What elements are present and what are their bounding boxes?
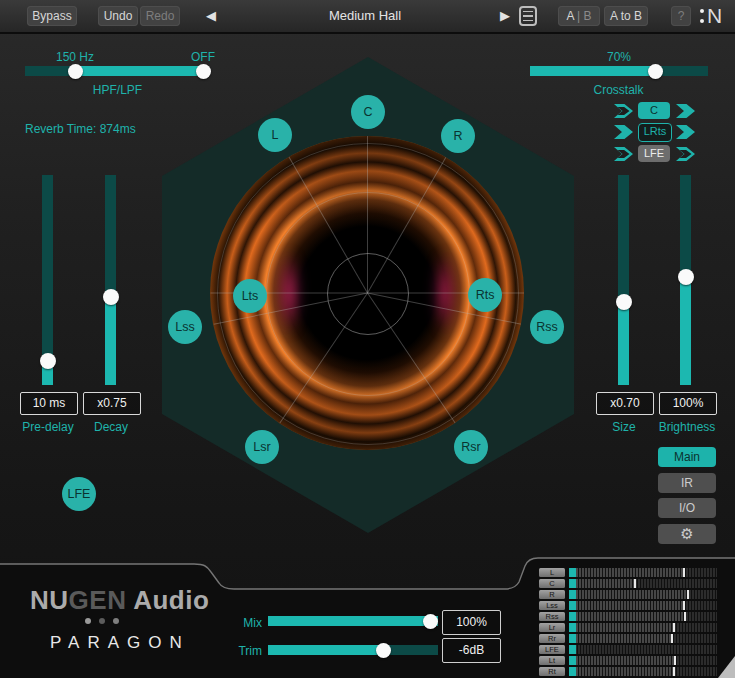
meter-bar bbox=[569, 667, 717, 676]
meter-row: R bbox=[539, 590, 719, 599]
trim-handle[interactable] bbox=[376, 643, 391, 658]
meter-peak-marker bbox=[683, 568, 685, 577]
lpf-handle[interactable] bbox=[196, 64, 211, 79]
meter-row: Lr bbox=[539, 623, 719, 632]
undo-button[interactable]: Undo bbox=[98, 6, 138, 26]
preset-prev-icon[interactable]: ◀ bbox=[206, 8, 216, 24]
decay-value[interactable]: x0.75 bbox=[83, 392, 141, 415]
speaker-node-lsr[interactable]: Lsr bbox=[245, 430, 279, 464]
decay-slider[interactable] bbox=[105, 175, 116, 385]
meter-peak-marker bbox=[687, 590, 689, 599]
speaker-node-lfe[interactable]: LFE bbox=[62, 477, 96, 511]
view-main-button[interactable]: Main bbox=[658, 447, 716, 467]
route-in-lfe-icon[interactable] bbox=[614, 147, 633, 161]
speaker-node-rsr[interactable]: Rsr bbox=[454, 430, 488, 464]
route-out-lfe-icon[interactable] bbox=[676, 147, 695, 161]
trim-slider[interactable] bbox=[268, 645, 438, 655]
speaker-node-lts[interactable]: Lts bbox=[233, 279, 267, 313]
meter-signal-segment bbox=[569, 656, 576, 665]
preset-list-icon[interactable] bbox=[519, 6, 537, 26]
decay-label: Decay bbox=[71, 420, 151, 434]
view-ir-button[interactable]: IR bbox=[658, 473, 716, 493]
grid-spoke bbox=[367, 136, 368, 293]
meter-bar bbox=[569, 601, 717, 610]
meter-channel-label: Lt bbox=[539, 656, 565, 665]
route-lfe-button[interactable]: LFE bbox=[638, 145, 670, 162]
bypass-button[interactable]: Bypass bbox=[27, 6, 77, 26]
ab-toggle-button[interactable]: A | B bbox=[558, 6, 600, 26]
speaker-node-r[interactable]: R bbox=[441, 119, 475, 153]
size-value[interactable]: x0.70 bbox=[596, 392, 654, 415]
mix-handle[interactable] bbox=[423, 614, 438, 629]
route-c-button[interactable]: C bbox=[638, 102, 670, 119]
trim-value[interactable]: -6dB bbox=[442, 638, 501, 663]
brightness-slider[interactable] bbox=[680, 175, 691, 385]
meter-signal-segment bbox=[569, 568, 576, 577]
meter-row: LFE bbox=[539, 645, 719, 654]
meter-channel-label: LFE bbox=[539, 645, 565, 654]
crosstalk-handle[interactable] bbox=[648, 64, 663, 79]
preset-next-icon[interactable]: ▶ bbox=[500, 8, 510, 24]
decay-handle[interactable] bbox=[103, 289, 119, 305]
crosstalk-slider[interactable] bbox=[530, 66, 708, 76]
route-out-c-icon[interactable] bbox=[676, 104, 695, 118]
meter-channel-label: Lr bbox=[539, 623, 565, 632]
meter-peak-marker bbox=[673, 667, 675, 676]
top-bar: Bypass Undo Redo ◀ Medium Hall ▶ A | B A… bbox=[0, 0, 735, 34]
mix-slider[interactable] bbox=[268, 616, 438, 626]
meter-signal-segment bbox=[569, 667, 576, 676]
speaker-node-rss[interactable]: Rss bbox=[530, 310, 564, 344]
speaker-node-l[interactable]: L bbox=[258, 118, 292, 152]
speaker-node-rts[interactable]: Rts bbox=[468, 278, 502, 312]
meter-peak-marker bbox=[634, 579, 636, 588]
settings-gear-button[interactable]: ⚙ bbox=[658, 524, 716, 544]
crosstalk-label: Crosstalk bbox=[561, 83, 676, 97]
mix-label: Mix bbox=[200, 616, 262, 630]
meter-bar bbox=[569, 645, 717, 654]
gear-icon: ⚙ bbox=[680, 525, 693, 542]
brand-dots bbox=[85, 618, 119, 624]
help-button[interactable]: ? bbox=[671, 6, 691, 26]
paragon-plugin-window: C L R Lts Rts Lss Rss Lsr Rsr LFE Bypass… bbox=[0, 0, 735, 678]
hpf-handle[interactable] bbox=[68, 64, 83, 79]
meter-signal-segment bbox=[569, 601, 576, 610]
size-slider[interactable] bbox=[618, 175, 629, 385]
meter-channel-label: L bbox=[539, 568, 565, 577]
brightness-handle[interactable] bbox=[678, 269, 694, 285]
pre-delay-value[interactable]: 10 ms bbox=[20, 392, 78, 415]
meter-bar bbox=[569, 590, 717, 599]
meter-channel-label: C bbox=[539, 579, 565, 588]
meter-bar bbox=[569, 656, 717, 665]
meter-signal-segment bbox=[569, 645, 576, 654]
route-in-lrts-icon[interactable] bbox=[614, 125, 633, 139]
pre-delay-handle[interactable] bbox=[40, 353, 56, 369]
meter-row: Rr bbox=[539, 634, 719, 643]
meter-peak-marker bbox=[673, 623, 675, 632]
speaker-node-lss[interactable]: Lss bbox=[168, 310, 202, 344]
hpf-value-label: 150 Hz bbox=[45, 50, 105, 64]
meter-row: C bbox=[539, 579, 719, 588]
route-in-c-icon[interactable] bbox=[614, 104, 633, 118]
meter-signal-segment bbox=[569, 634, 576, 643]
speaker-node-c[interactable]: C bbox=[351, 95, 385, 129]
ab-secondary-label: | B bbox=[577, 9, 591, 23]
preset-name[interactable]: Medium Hall bbox=[280, 8, 450, 23]
mix-value[interactable]: 100% bbox=[442, 610, 501, 635]
redo-button[interactable]: Redo bbox=[140, 6, 180, 26]
pre-delay-slider[interactable] bbox=[42, 175, 53, 385]
meter-bar bbox=[569, 568, 717, 577]
route-out-lrts-icon[interactable] bbox=[676, 125, 695, 139]
route-lrts-button[interactable]: LRts bbox=[638, 123, 672, 142]
meter-signal-segment bbox=[569, 623, 576, 632]
meter-channel-label: Rt bbox=[539, 667, 565, 676]
brand-logo: NUGEN Audio bbox=[30, 585, 209, 616]
meter-peak-marker bbox=[671, 634, 673, 643]
hpf-lpf-label: HPF/LPF bbox=[60, 83, 175, 97]
view-io-button[interactable]: I/O bbox=[658, 498, 716, 518]
brightness-value[interactable]: 100% bbox=[659, 392, 717, 415]
hpf-lpf-slider[interactable] bbox=[25, 66, 208, 76]
meter-signal-segment bbox=[569, 612, 576, 621]
size-handle[interactable] bbox=[616, 294, 632, 310]
trim-label: Trim bbox=[200, 644, 262, 658]
a-to-b-button[interactable]: A to B bbox=[604, 6, 648, 26]
